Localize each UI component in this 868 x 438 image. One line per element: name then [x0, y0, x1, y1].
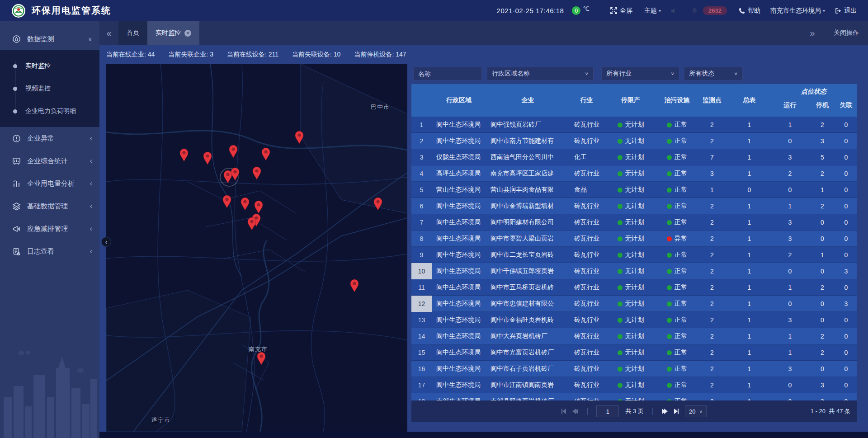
map-pin-icon[interactable] [349, 279, 359, 292]
map-pin-icon[interactable] [373, 197, 383, 211]
cell-region: 阆中生态环境局 [432, 218, 486, 226]
map-panel[interactable]: 巴中市南充市遂宁市 ‹ [106, 64, 407, 432]
sidebar-item-4[interactable]: 基础数据管理‹ [0, 195, 99, 217]
cell-lost-count: 0 [835, 381, 857, 389]
cell-stop-count: 3 [809, 381, 835, 389]
table-row[interactable]: 14阆中生态环境局阆中大兴页岩机砖厂砖瓦行业无计划正常21120 [411, 328, 857, 344]
industry-select[interactable]: 所有行业 ∨ [601, 67, 679, 80]
next-page-button[interactable] [662, 409, 668, 414]
cell-monitor-count: 2 [696, 235, 728, 242]
org-dropdown[interactable]: 南充市生态环境局 ▾ [770, 7, 825, 15]
map-pin-icon[interactable] [252, 166, 262, 180]
region-select[interactable]: 行政区域名称 ∨ [487, 67, 594, 80]
row-index: 10 [411, 263, 432, 279]
notifications[interactable]: 2632 [692, 6, 727, 15]
submenu-0: 实时监控视频监控企业电力负荷明细 [0, 50, 99, 127]
chevron-down-icon: ∨ [88, 36, 92, 42]
close-operations-button[interactable]: 关闭操作 [834, 29, 859, 37]
cell-lost-count: 0 [835, 235, 857, 242]
fullscreen-button[interactable]: 全屏 [610, 7, 632, 15]
help-button[interactable]: 帮助 [739, 7, 760, 15]
map-pin-icon[interactable] [256, 352, 266, 365]
status-text: 无计划 [625, 332, 644, 340]
table-row[interactable]: 5营山生态环境局营山县润丰肉食品有限食品无计划正常10010 [411, 182, 857, 198]
map-pin-icon[interactable] [240, 197, 250, 211]
table-row[interactable]: 15阆中生态环境局阆中市光富页岩机砖厂砖瓦行业无计划正常21120 [411, 344, 857, 361]
table-row[interactable]: 3仪陇生态环境局西南油气田分公司川中化工无计划正常71350 [411, 149, 857, 165]
logout-button[interactable]: 退出 [835, 7, 857, 15]
col-industry: 行业 [570, 84, 604, 117]
sidebar-item-6[interactable]: 日志查看‹ [0, 240, 99, 263]
tab-实时监控[interactable]: 实时监控✕ [147, 21, 199, 45]
table-row[interactable]: 18南部生态环境局南部县双峰页岩机砖厂砖瓦行业无计划正常21030 [411, 393, 857, 400]
table-row[interactable]: 7阆中生态环境局阆中明阳建材有限公司砖瓦行业无计划正常21300 [411, 214, 857, 231]
tab-close-icon[interactable]: ✕ [184, 30, 191, 37]
sidebar-subitem-视频监控[interactable]: 视频监控 [0, 77, 99, 100]
sidebar-item-5[interactable]: 应急减排管理‹ [0, 217, 99, 240]
theme-dropdown[interactable]: 主题 ▾ [644, 7, 661, 15]
cell-limit-status: 无计划 [604, 349, 658, 357]
last-page-button[interactable] [674, 409, 679, 414]
table-row[interactable]: 1阆中生态环境局阆中强锐页岩砖厂砖瓦行业无计划正常21120 [411, 117, 857, 133]
table-row[interactable]: 4高坪生态环境局南充市高坪区王家店建砖瓦行业无计划正常31220 [411, 165, 857, 182]
name-search-field[interactable] [413, 67, 482, 80]
log-icon [12, 247, 21, 256]
table-row[interactable]: 9阆中生态环境局阆中市二龙长宝页岩砖砖瓦行业无计划正常21210 [411, 247, 857, 263]
map-pin-icon[interactable] [228, 145, 238, 158]
table-row[interactable]: 11阆中生态环境局阆中市五马桥页岩机砖砖瓦行业无计划正常21120 [411, 279, 857, 296]
sidebar-item-0[interactable]: 数据监测∨ [0, 28, 99, 50]
sidebar-item-3[interactable]: 企业用电量分析‹ [0, 172, 99, 195]
table-row[interactable]: 8阆中生态环境局阆中市枣碧大梁山页岩砖瓦行业无计划异常21300 [411, 231, 857, 247]
table-row[interactable]: 13阆中生态环境局阆中市金福旺页岩机砖砖瓦行业无计划正常21300 [411, 312, 857, 328]
cell-stop-count: 2 [809, 349, 835, 356]
timeline-dot-icon [13, 87, 17, 91]
map-pin-icon[interactable] [247, 217, 257, 231]
cell-limit-status: 无计划 [604, 186, 658, 194]
cell-industry: 砖瓦行业 [570, 137, 604, 145]
tabs-scroll-right-button[interactable]: » [803, 28, 822, 38]
mute-button[interactable] [671, 8, 680, 14]
map-pin-icon[interactable] [254, 200, 264, 214]
sidebar-subitem-实时监控[interactable]: 实时监控 [0, 55, 99, 77]
fullscreen-icon [610, 7, 617, 14]
cell-facility-status: 异常 [658, 235, 696, 243]
sidebar-item-label: 数据监测 [27, 35, 54, 43]
map-pin-icon[interactable] [294, 131, 304, 144]
cell-stop-count: 0 [809, 365, 835, 372]
table-row[interactable]: 2阆中生态环境局阆中市南方节能建材有砖瓦行业无计划正常21030 [411, 133, 857, 149]
cell-facility-status: 正常 [658, 316, 696, 324]
table-row[interactable]: 12阆中生态环境局阆中市忠信建材有限公砖瓦行业无计划正常21003 [411, 296, 857, 312]
map-pin-icon[interactable] [179, 148, 189, 162]
name-search-input[interactable] [418, 70, 477, 77]
table-row[interactable]: 17阆中生态环境局阆中市江南镇阆南页岩砖瓦行业无计划正常21030 [411, 377, 857, 393]
map-pin-icon[interactable] [222, 195, 232, 208]
prev-page-button[interactable] [572, 409, 578, 414]
map-pin-icon[interactable] [230, 167, 240, 181]
sidebar-subitem-企业电力负荷明细[interactable]: 企业电力负荷明细 [0, 100, 99, 122]
sidebar-item-1[interactable]: 企业异常‹ [0, 127, 99, 150]
first-page-button[interactable] [561, 409, 566, 414]
cell-stop-count: 0 [809, 316, 835, 324]
row-index: 16 [411, 361, 432, 377]
status-select[interactable]: 所有状态 ∨ [684, 67, 743, 80]
page-size-select[interactable]: 20 ∨ [685, 405, 707, 417]
cell-lost-count: 0 [835, 251, 857, 259]
tabs-scroll-left-button[interactable]: « [99, 21, 118, 45]
status-green-dot-icon [618, 383, 623, 388]
table-row[interactable]: 16阆中生态环境局阆中市石子页岩机砖厂砖瓦行业无计划正常21300 [411, 361, 857, 377]
map-collapse-handle[interactable]: ‹ [101, 237, 111, 247]
cell-stop-count: 0 [809, 219, 835, 226]
tab-首页[interactable]: 首页 [118, 21, 147, 45]
cell-region: 营山生态环境局 [432, 186, 486, 194]
sidebar-subitem-label: 实时监控 [25, 62, 51, 70]
status-text: 正常 [675, 251, 687, 259]
status-text: 正常 [675, 283, 687, 292]
map-pin-icon[interactable] [203, 151, 212, 165]
page-number-input[interactable] [596, 405, 619, 417]
table-row[interactable]: 6阆中生态环境局阆中市金博瑞新型墙材砖瓦行业无计划正常21120 [411, 198, 857, 214]
table-row[interactable]: 10阆中生态环境局阆中千佛镇五郎垭页岩砖瓦行业无计划正常21003 [411, 263, 857, 279]
sidebar-item-2[interactable]: 企业综合统计‹ [0, 150, 99, 172]
map-pin-icon[interactable] [261, 147, 271, 161]
cell-facility-status: 正常 [658, 186, 696, 194]
row-index: 8 [411, 231, 432, 247]
